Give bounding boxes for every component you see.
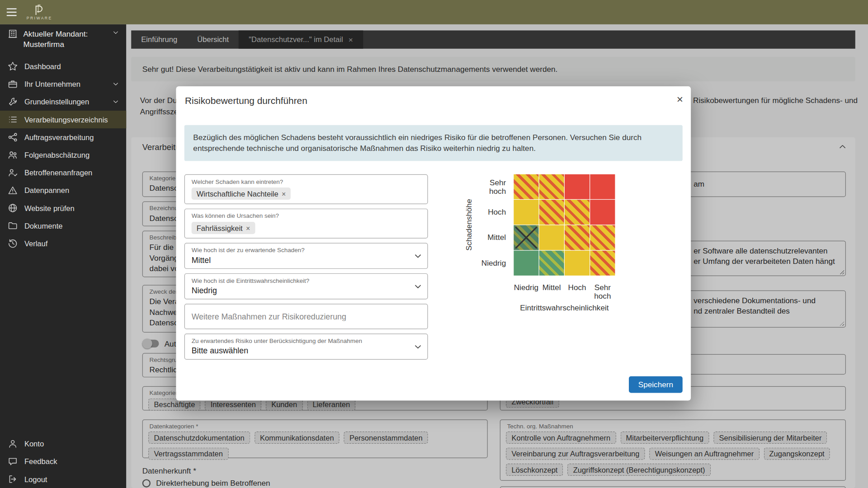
sidebar-item-betroffenenanfragen[interactable]: Betroffenenanfragen [0, 164, 126, 181]
info-message: Bezüglich des möglichen Schadens besteht… [184, 125, 683, 161]
risk-matrix-grid [514, 174, 615, 276]
sidebar-item-grundeinstellungen[interactable]: Grundeinstellungen [0, 93, 126, 111]
erwarteter-schaden-select[interactable]: Wie hoch ist der zu erwartende Schaden? … [184, 243, 428, 269]
massnahmen-field [184, 304, 428, 329]
sidebar-item-logout[interactable]: Logout [0, 470, 126, 488]
sidebar-item-konto[interactable]: Konto [0, 435, 126, 452]
matrix-row-label: Sehr hoch [475, 174, 512, 199]
sidebar-item-datenpannen[interactable]: Datenpannen [0, 182, 126, 199]
logo-mark [34, 5, 45, 15]
matrix-cell[interactable] [539, 251, 564, 276]
sidebar: Aktueller Mandant: Musterfirma Dashboard… [0, 24, 126, 488]
chip-delete-icon[interactable]: × [282, 189, 286, 197]
user-check-icon [8, 168, 18, 178]
massnahmen-input[interactable] [192, 310, 410, 323]
close-icon[interactable]: × [677, 93, 683, 106]
sidebar-item-label: Konto [24, 440, 44, 448]
matrix-cell[interactable] [565, 200, 590, 225]
risk-form: Welcher Schaden kann eintreten? Wirtscha… [184, 174, 428, 360]
briefcase-icon [8, 79, 18, 89]
matrix-cell[interactable] [590, 251, 615, 276]
folder-icon [8, 221, 18, 231]
matrix-cell[interactable] [539, 174, 564, 199]
logo-text: PRIWARE [27, 16, 52, 20]
matrix-cell[interactable] [565, 225, 590, 250]
matrix-row-label: Mittel [475, 225, 512, 250]
field-label: Zu erwartendes Risiko unter Berücksichti… [192, 338, 421, 344]
matrix-cell[interactable] [514, 174, 538, 199]
sidebar-item-unternehmen[interactable]: Ihr Unternehmen [0, 75, 126, 93]
matrix-cell[interactable] [539, 225, 564, 250]
sidebar-item-auftragsverarbeitung[interactable]: Auftragsverarbeitung [0, 128, 126, 146]
matrix-col-label: Hoch [565, 278, 590, 300]
sidebar-item-verarbeitungsverzeichnis[interactable]: Verarbeitungsverzeichnis [0, 111, 126, 128]
sidebar-item-label: Verarbeitungsverzeichnis [24, 115, 108, 123]
sidebar-item-label: Grundeinstellungen [24, 98, 89, 106]
sidebar-item-dokumente[interactable]: Dokumente [0, 217, 126, 235]
chip-list: Fahrlässigkeit× [192, 219, 421, 234]
sidebar-item-dashboard[interactable]: Dashboard [0, 57, 126, 75]
matrix-col-label: Mittel [539, 278, 564, 300]
ursachen-field[interactable]: Was können die Ursachen sein? Fahrlässig… [184, 209, 428, 239]
restrisiko-select[interactable]: Zu erwartendes Risiko unter Berücksichti… [184, 333, 428, 360]
matrix-x-axis-label: Eintrittswahrscheinlichkeit [461, 303, 668, 312]
matrix-cell[interactable] [565, 251, 590, 276]
matrix-col-label: Niedrig [514, 278, 538, 300]
chevron-down-icon [112, 29, 119, 37]
menu-icon[interactable] [7, 6, 17, 18]
matrix-row-label: Niedrig [475, 251, 512, 276]
field-label: Welcher Schaden kann eintreten? [192, 178, 421, 185]
matrix-cell[interactable] [514, 200, 538, 225]
eintrittswahrscheinlichkeit-select[interactable]: Wie hoch ist die Eintrittswahrscheinlich… [184, 273, 428, 300]
sidebar-item-verlauf[interactable]: Verlauf [0, 235, 126, 252]
field-label: Was können die Ursachen sein? [192, 212, 421, 219]
matrix-y-axis-label: Schadenshöhe [464, 174, 474, 276]
matrix-cell[interactable] [590, 200, 615, 225]
sidebar-item-label: Logout [24, 475, 47, 483]
history-icon [8, 239, 18, 249]
globe-icon [8, 203, 18, 213]
matrix-cell[interactable] [590, 225, 615, 250]
save-button[interactable]: Speichern [629, 376, 683, 393]
sidebar-item-label: Feedback [24, 457, 57, 465]
sidebar-item-website-pruefen[interactable]: Website prüfen [0, 199, 126, 217]
matrix-cell[interactable] [514, 251, 538, 276]
chip[interactable]: Wirtschaftliche Nachteile× [192, 188, 291, 200]
tenant-selector[interactable]: Aktueller Mandant: Musterfirma [0, 24, 126, 56]
dialog-title: Risikobewertung durchführen [185, 96, 307, 107]
users-icon [8, 150, 18, 160]
chevron-down-icon [112, 98, 119, 106]
sidebar-item-label: Dokumente [24, 221, 63, 230]
matrix-cell[interactable] [539, 200, 564, 225]
chip-list: Wirtschaftliche Nachteile× [192, 185, 421, 200]
sidebar-nav: Dashboard Ihr Unternehmen Grundeinstellu… [0, 57, 126, 252]
sidebar-item-label: Auftragsverarbeitung [24, 133, 94, 141]
matrix-cell[interactable] [590, 174, 615, 199]
select-value: Niedrig [192, 286, 421, 295]
sidebar-item-label: Ihr Unternehmen [24, 80, 80, 88]
select-value: Mittel [192, 256, 421, 265]
matrix-row-labels: Sehr hochHochMittelNiedrig [475, 174, 512, 276]
sidebar-item-label: Dashboard [24, 62, 61, 70]
chevron-down-icon [413, 282, 423, 291]
wrench-icon [8, 97, 18, 107]
person-icon [8, 439, 18, 449]
building-icon [8, 29, 18, 39]
schaden-field[interactable]: Welcher Schaden kann eintreten? Wirtscha… [184, 174, 428, 204]
matrix-row-label: Hoch [475, 200, 512, 225]
sidebar-item-label: Folgenabschätzung [24, 151, 90, 159]
chip[interactable]: Fahrlässigkeit× [192, 222, 255, 234]
chat-icon [8, 456, 18, 466]
matrix-col-label: Sehr hoch [590, 278, 615, 300]
sidebar-footer: Konto Feedback Logout [0, 435, 126, 488]
select-value: Bitte auswählen [192, 347, 421, 356]
list-icon [8, 114, 18, 124]
matrix-cell[interactable] [514, 225, 538, 250]
sidebar-item-feedback[interactable]: Feedback [0, 453, 126, 470]
priware-logo: PRIWARE [27, 5, 52, 20]
chip-delete-icon[interactable]: × [246, 224, 250, 232]
sidebar-item-folgenabschaetzung[interactable]: Folgenabschätzung [0, 146, 126, 164]
sidebar-item-label: Betroffenenanfragen [24, 169, 92, 177]
matrix-cell[interactable] [565, 174, 590, 199]
sidebar-item-label: Datenpannen [24, 186, 69, 194]
